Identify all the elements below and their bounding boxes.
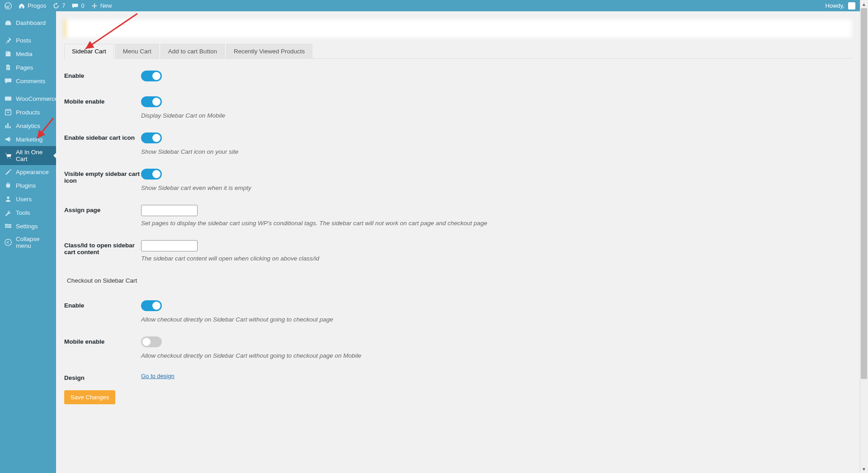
sidebar-item-label: Appearance [16, 169, 49, 175]
home-icon [18, 2, 25, 9]
sidebar-item-label: Marketing [16, 136, 42, 143]
sidebar-item-plugins[interactable]: Plugins [0, 179, 56, 192]
sidebar-item-tools[interactable]: Tools [0, 206, 56, 219]
wp-logo[interactable] [5, 2, 12, 9]
pages-icon [4, 63, 12, 71]
label-class-id: Class/Id to open sidebar cart content [64, 240, 141, 262]
scroll-up-icon[interactable]: ▲ [860, 0, 868, 8]
input-assign-page[interactable] [141, 205, 198, 216]
users-icon [4, 195, 12, 203]
sidebar-item-label: Posts [16, 37, 31, 44]
sidebar-item-label: Media [16, 51, 33, 57]
comments-count: 0 [81, 2, 84, 9]
label-checkout-mobile: Mobile enable [64, 336, 141, 359]
tab-add-to-cart[interactable]: Add to cart Button [160, 44, 225, 58]
toggle-visible-empty[interactable] [141, 169, 162, 180]
plus-icon [91, 2, 98, 9]
sidebar-item-label: Settings [16, 223, 38, 230]
comment-icon [71, 2, 79, 9]
desc-class-id: The sidebar cart content will open when … [141, 255, 852, 262]
toggle-mobile-enable[interactable] [141, 96, 162, 107]
sidebar-item-analytics[interactable]: Analytics [0, 119, 56, 132]
woo-icon [4, 95, 12, 103]
svg-point-3 [5, 239, 11, 246]
desc-enable-icon: Show Sidebar Cart icon on your site [141, 148, 852, 155]
desc-checkout-enable: Allow checkout directly on Sidebar Cart … [141, 316, 852, 323]
label-mobile-enable: Mobile enable [64, 96, 141, 119]
link-go-to-design[interactable]: Go to design [141, 373, 175, 379]
sidebar-item-label: Tools [16, 209, 30, 216]
sidebar-item-media[interactable]: Media [0, 47, 56, 61]
admin-bar: Progos 7 0 New Howdy, [0, 0, 860, 11]
desc-assign-page: Set pages to display the sidebar cart us… [141, 220, 852, 227]
site-link[interactable]: Progos [18, 2, 46, 9]
desc-visible-empty: Show Sidebar cart even when it is empty [141, 184, 852, 191]
window-scrollbar[interactable]: ▲ ▼ [860, 0, 868, 473]
scroll-down-icon[interactable]: ▼ [860, 465, 868, 473]
sidebar-item-pages[interactable]: Pages [0, 61, 56, 74]
tab-sidebar-cart[interactable]: Sidebar Cart [64, 44, 114, 59]
sidebar-item-dashboard[interactable]: Dashboard [0, 16, 56, 29]
tools-icon [4, 208, 12, 217]
howdy-text[interactable]: Howdy, [826, 2, 844, 9]
sidebar-item-label: Dashboard [16, 19, 46, 26]
sidebar-item-label: Analytics [16, 123, 40, 129]
sidebar-item-posts[interactable]: Posts [0, 33, 56, 47]
cart-icon [4, 151, 12, 160]
new-link[interactable]: New [91, 2, 112, 9]
toggle-enable-icon[interactable] [141, 132, 162, 143]
sidebar-item-label: Users [16, 196, 32, 203]
scroll-thumb[interactable] [861, 8, 867, 379]
tab-recently-viewed[interactable]: Recently Viewed Products [226, 44, 312, 58]
updates-link[interactable]: 7 [52, 2, 65, 9]
sidebar-item-appearance[interactable]: Appearance [0, 165, 56, 179]
tabs-nav: Sidebar Cart Menu Cart Add to cart Butto… [64, 44, 852, 59]
section-checkout-heading: Checkout on Sidebar Cart [64, 274, 852, 288]
label-visible-empty: Visible empty sidebar cart icon [64, 169, 141, 191]
label-enable: Enable [64, 71, 141, 83]
label-assign-page: Assign page [64, 205, 141, 227]
label-design: Design [64, 373, 141, 381]
toggle-checkout-mobile[interactable] [141, 336, 162, 347]
media-icon [4, 50, 12, 58]
sidebar-item-settings[interactable]: Settings [0, 219, 56, 233]
label-enable-icon: Enable sidebar cart icon [64, 132, 141, 155]
settings-icon [4, 222, 12, 230]
sidebar-item-all-in-one-cart[interactable]: All In One Cart [0, 146, 56, 165]
products-icon [4, 108, 12, 116]
sidebar-item-collapse[interactable]: Collapse menu [0, 233, 56, 252]
admin-notice [64, 19, 852, 38]
save-button[interactable]: Save Changes [64, 390, 115, 404]
avatar[interactable] [848, 2, 855, 9]
svg-rect-1 [5, 97, 11, 101]
sidebar-item-marketing[interactable]: Marketing [0, 132, 56, 146]
tab-menu-cart[interactable]: Menu Cart [115, 44, 159, 58]
analytics-icon [4, 122, 12, 130]
sidebar-item-label: Plugins [16, 182, 36, 189]
megaphone-icon [4, 135, 12, 143]
sidebar-item-label: WooCommerce [16, 95, 58, 102]
sidebar-item-label: Collapse menu [16, 236, 52, 249]
sidebar-item-comments[interactable]: Comments [0, 74, 56, 88]
toggle-checkout-enable[interactable] [141, 300, 162, 311]
comments-icon [4, 77, 12, 85]
sidebar-item-users[interactable]: Users [0, 192, 56, 206]
new-label: New [100, 2, 112, 9]
sidebar-item-products[interactable]: Products [0, 105, 56, 119]
sidebar-item-woocommerce[interactable]: WooCommerce [0, 92, 56, 105]
sidebar-item-label: Pages [16, 64, 33, 71]
comments-link[interactable]: 0 [71, 2, 84, 9]
toggle-enable[interactable] [141, 71, 162, 81]
dashboard-icon [4, 19, 12, 27]
input-class-id[interactable] [141, 240, 198, 251]
svg-point-2 [7, 197, 9, 199]
site-name: Progos [28, 2, 46, 9]
update-icon [52, 2, 60, 9]
admin-sidebar: Dashboard Posts Media Pages Comments Woo… [0, 11, 56, 473]
sidebar-item-label: All In One Cart [16, 149, 52, 162]
content-area: Sidebar Cart Menu Cart Add to cart Butto… [56, 11, 860, 473]
appearance-icon [4, 168, 12, 176]
pushpin-icon [4, 36, 12, 44]
sidebar-item-label: Products [16, 109, 40, 116]
updates-count: 7 [62, 2, 65, 9]
